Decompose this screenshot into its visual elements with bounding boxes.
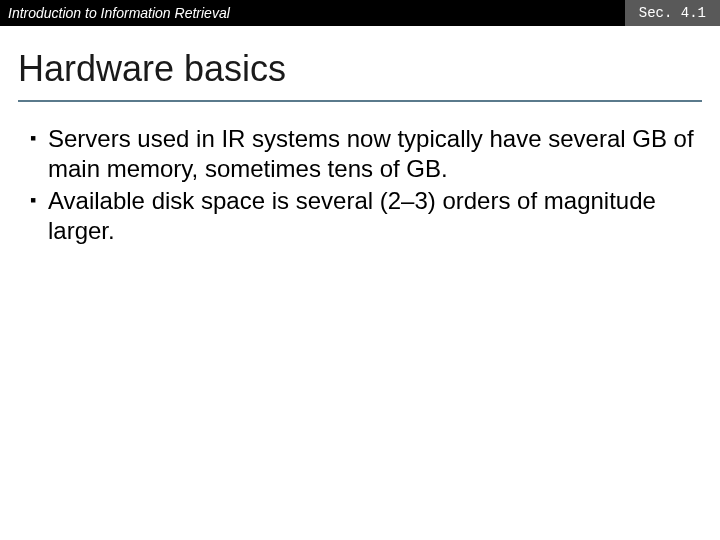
slide-title: Hardware basics xyxy=(18,48,702,90)
list-item: ▪ Servers used in IR systems now typical… xyxy=(24,124,696,184)
list-item: ▪ Available disk space is several (2–3) … xyxy=(24,186,696,246)
content-area: ▪ Servers used in IR systems now typical… xyxy=(0,102,720,246)
bullet-list: ▪ Servers used in IR systems now typical… xyxy=(24,124,696,246)
bullet-icon: ▪ xyxy=(24,186,48,211)
bullet-text: Available disk space is several (2–3) or… xyxy=(48,186,696,246)
bullet-icon: ▪ xyxy=(24,124,48,149)
slide-header: Introduction to Information Retrieval Se… xyxy=(0,0,720,26)
title-area: Hardware basics xyxy=(0,26,720,96)
bullet-text: Servers used in IR systems now typically… xyxy=(48,124,696,184)
section-label: Sec. 4.1 xyxy=(625,0,720,26)
course-title: Introduction to Information Retrieval xyxy=(8,5,230,21)
